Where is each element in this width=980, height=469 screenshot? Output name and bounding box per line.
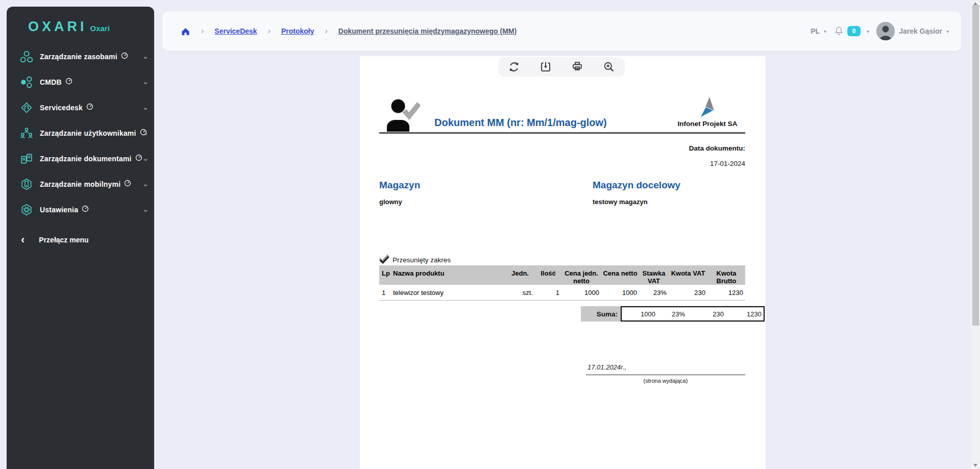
documents-icon (20, 153, 33, 165)
user-menu[interactable]: Jarek Gąsior (899, 27, 942, 35)
chevron-down-icon[interactable]: ⌄ (142, 206, 149, 213)
cell-vat-amount: 230 (669, 285, 707, 301)
sidebar-item-label: Zarządzanie dokumentami (40, 155, 132, 163)
language-selector[interactable]: PL (811, 27, 820, 35)
chevron-down-icon[interactable]: ⌄ (142, 53, 149, 60)
topbar: › ServiceDesk › Protokoły › Dokument prz… (162, 11, 961, 51)
summary-values-box: 1000 23% 230 1230 (621, 306, 765, 322)
zoom-in-button[interactable] (602, 60, 616, 73)
cell-qty: 1 (535, 285, 561, 301)
oxari-logo-subtext: Oxari (90, 24, 110, 33)
header-divider (379, 132, 745, 134)
scrollbar-down-arrow[interactable] (973, 464, 977, 467)
print-button[interactable] (571, 60, 584, 73)
source-warehouse-value: glowny (379, 198, 402, 206)
gauge-icon (65, 78, 72, 87)
gauge-icon (135, 154, 142, 163)
gauge-icon (82, 205, 89, 214)
summary-row: Suma: 1000 23% 230 1230 (581, 306, 765, 322)
col-ilosc: Ilość (535, 265, 561, 285)
document-toolbar (498, 57, 625, 77)
breadcrumb-link-servicedesk[interactable]: ServiceDesk (214, 27, 257, 35)
summary-net: 1000 (622, 307, 657, 320)
cell-net: 1000 (601, 285, 639, 301)
col-cena-netto: Cena netto (601, 265, 639, 285)
servicedesk-icon (20, 102, 33, 114)
sidebar-item-zarzadzanie-mobilnymi[interactable]: Zarządzanie mobilnymi ⌄ (7, 171, 154, 197)
scrollbar-thumb[interactable] (972, 5, 979, 326)
source-warehouse-label: Magazyn (379, 180, 420, 191)
col-stawka-vat: Stawka VAT (639, 265, 669, 285)
gauge-icon (86, 103, 93, 112)
table-header-row: Lp Nazwa produktu Jedn. Ilość Cena jedn.… (379, 265, 745, 285)
sidebar: OXARI Oxari Zarządzanie zasobami ⌄ (7, 7, 154, 469)
cell-unit-price-net: 1000 (561, 285, 601, 301)
paper-plane-icon (697, 96, 718, 119)
person-check-icon (385, 98, 420, 135)
breadcrumb-separator: › (325, 27, 328, 36)
table-row: 1 telewizor testowy szt. 1 1000 1000 23%… (379, 285, 745, 301)
sidebar-item-label: Servicedesk (40, 104, 83, 112)
download-button[interactable] (539, 60, 552, 73)
refresh-button[interactable] (507, 60, 521, 73)
col-lp: Lp (379, 265, 390, 285)
company-name: Infonet Projekt SA (667, 120, 748, 128)
chevron-down-icon[interactable]: ⌄ (142, 104, 149, 111)
chevron-down-icon[interactable]: ⌄ (142, 129, 149, 136)
double-check-icon (378, 254, 390, 265)
sidebar-item-cmdb[interactable]: CMDB ⌄ (7, 69, 154, 95)
home-icon[interactable] (181, 27, 190, 36)
sidebar-item-label: Zarządzanie zasobami (40, 53, 117, 61)
summary-label: Suma: (581, 306, 621, 322)
summary-gross: 1230 (726, 307, 764, 320)
collapse-menu-label: Przełącz menu (39, 236, 88, 244)
sidebar-item-zarzadzanie-uzytkownikami[interactable]: Zarządzanie użytkownikami ⌄ (7, 120, 154, 146)
cell-unit: szt. (505, 285, 535, 301)
col-kwota-vat: Kwota VAT (669, 265, 707, 285)
document-date-value: 17-01-2024 (710, 160, 745, 167)
chevron-down-icon[interactable]: ⌄ (142, 180, 149, 187)
breadcrumb-link-protokoly[interactable]: Protokoły (281, 27, 314, 35)
cell-lp: 1 (379, 285, 390, 301)
sidebar-item-servicedesk[interactable]: Servicedesk ⌄ (7, 95, 154, 120)
sidebar-item-zarzadzanie-dokumentami[interactable]: Zarządzanie dokumentami ⌄ (7, 146, 154, 171)
chevron-left-icon: ‹ (21, 234, 24, 245)
users-icon (20, 127, 33, 139)
target-warehouse-value: testowy magazyn (593, 198, 648, 206)
topbar-right-cluster: PL ▾ 0 ▾ Jarek Gąsior (811, 22, 949, 40)
collapse-menu-button[interactable]: ‹ Przełącz menu (7, 229, 154, 251)
bell-icon[interactable] (834, 26, 844, 37)
breadcrumb-separator: › (201, 27, 204, 36)
section-title: Przesunięty zakres (393, 256, 451, 264)
document-title: Dokument MM (nr: Mm/1/mag-glow) (434, 117, 607, 129)
col-cena-jedn-netto: Cena jedn. netto (561, 265, 601, 285)
avatar[interactable] (876, 22, 895, 40)
signature-caption: (strona wydająca) (586, 378, 745, 384)
sidebar-item-label: Zarządzanie użytkownikami (40, 129, 136, 137)
signature-line (586, 375, 745, 375)
col-kwota-brutto: Kwota Brutto (707, 265, 745, 285)
page-scrollbar[interactable] (971, 0, 980, 469)
document-preview: Dokument MM (nr: Mm/1/mag-glow) Infonet … (360, 56, 766, 469)
col-nazwa-produktu: Nazwa produktu (390, 265, 505, 285)
mobile-devices-icon (20, 178, 33, 190)
gauge-icon (121, 52, 128, 61)
breadcrumb: › ServiceDesk › Protokoły › Dokument prz… (181, 27, 517, 36)
sidebar-item-ustawienia[interactable]: Ustawienia ⌄ (7, 197, 154, 223)
chevron-down-icon[interactable]: ⌄ (142, 155, 149, 162)
chevron-down-icon[interactable]: ⌄ (142, 78, 149, 85)
target-warehouse-label: Magazyn docelowy (593, 180, 680, 191)
oxari-logo-wordmark: OXARI (28, 20, 87, 34)
signature-date: 17.01.2024r., (587, 363, 626, 371)
caret-down-icon[interactable]: ▾ (824, 29, 826, 34)
sidebar-menu: Zarządzanie zasobami ⌄ CMDB ⌄ (7, 44, 154, 223)
app-screen: OXARI Oxari Zarządzanie zasobami ⌄ (0, 0, 980, 469)
cell-gross: 1230 (707, 285, 745, 301)
assets-icon (20, 51, 33, 63)
sidebar-item-label: CMDB (40, 78, 62, 86)
breadcrumb-current-page[interactable]: Dokument przesunięcia międzymagazynowego… (338, 27, 517, 35)
caret-down-icon[interactable]: ▾ (867, 29, 869, 34)
caret-down-icon[interactable]: ▾ (946, 29, 949, 34)
col-jedn: Jedn. (505, 265, 535, 285)
sidebar-item-zarzadzanie-zasobami[interactable]: Zarządzanie zasobami ⌄ (7, 44, 154, 69)
